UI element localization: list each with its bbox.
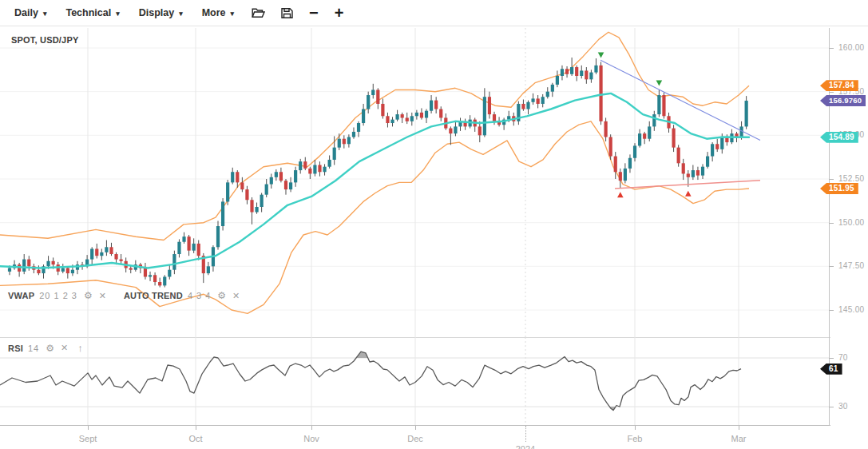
menu-more[interactable]: More ▾ xyxy=(192,7,244,18)
rsi-move-up-icon[interactable]: ↑ xyxy=(77,343,83,353)
auto-trend-legend-label: AUTO TREND xyxy=(124,291,183,300)
price-tickmark xyxy=(829,310,834,311)
menu-daily[interactable]: Daily ▾ xyxy=(5,7,56,18)
vwap-settings-icon[interactable]: ⚙ xyxy=(84,291,93,300)
chevron-down-icon: ▾ xyxy=(116,10,120,18)
month-tickmark xyxy=(196,426,196,430)
rsi-panel-canvas[interactable] xyxy=(0,337,830,426)
vwap-legend-params: 20 1 2 3 xyxy=(39,291,77,300)
zoom-out-button[interactable]: − xyxy=(301,0,327,26)
price-tickmark xyxy=(829,179,834,180)
price-tick-label: 152.50 xyxy=(838,174,868,183)
save-layout-button[interactable] xyxy=(273,0,301,26)
save-icon xyxy=(281,7,293,19)
charting-app: Daily ▾ Technical ▾ Display ▾ More ▾ xyxy=(0,0,868,449)
price-tickmark xyxy=(829,92,834,93)
badge-last-price-value: 156.9760 xyxy=(820,95,866,106)
chevron-down-icon: ▾ xyxy=(231,10,235,18)
indicator-legend-row: VWAP 20 1 2 3 ⚙ ✕ AUTO TREND 4 3 4 ⚙ ✕ xyxy=(8,291,240,300)
chevron-down-icon: ▾ xyxy=(179,10,183,18)
vwap-legend-label: VWAP xyxy=(8,291,34,300)
rsi-tickmark xyxy=(829,358,834,359)
x-axis-month-label: Feb xyxy=(619,434,651,443)
price-tick-label: 150.00 xyxy=(838,218,868,227)
month-tickmark xyxy=(311,426,312,430)
price-tick-label: 160.00 xyxy=(838,43,868,52)
swing-high-marker xyxy=(598,52,604,58)
plus-icon: + xyxy=(335,5,344,21)
minus-icon: − xyxy=(309,5,319,21)
auto-trend-legend-params: 4 3 4 xyxy=(188,291,211,300)
x-axis-month-label: Dec xyxy=(399,434,431,443)
badge-vwap-value: 154.89 xyxy=(820,132,858,143)
menu-display-label: Display xyxy=(139,7,174,18)
x-axis-month-label: Oct xyxy=(180,434,212,443)
symbol-label: SPOT, USD/JPY xyxy=(11,35,79,45)
x-axis-month-label: Mar xyxy=(723,434,755,443)
zoom-in-button[interactable]: + xyxy=(327,0,352,26)
x-axis-month-label: Sept xyxy=(72,434,104,443)
x-axis-year-label: 2024 xyxy=(509,444,541,449)
rsi-line xyxy=(0,352,741,410)
year-tickmark xyxy=(525,426,527,442)
vwap-line xyxy=(0,93,749,268)
rsi-remove-icon[interactable]: ✕ xyxy=(61,344,68,352)
swing-high-marker xyxy=(656,80,663,85)
month-tickmark xyxy=(88,426,89,430)
rsi-tick-label: 30 xyxy=(838,402,868,411)
menu-technical[interactable]: Technical ▾ xyxy=(56,7,129,18)
vwap-remove-icon[interactable]: ✕ xyxy=(99,292,106,300)
open-layout-button[interactable] xyxy=(244,0,273,26)
rsi-tickmark xyxy=(829,407,834,407)
badge-bollinger-lower-value: 151.95 xyxy=(820,183,858,194)
month-tickmark xyxy=(415,426,416,430)
rsi-settings-icon[interactable]: ⚙ xyxy=(46,344,54,353)
menu-more-label: More xyxy=(202,7,226,18)
badge-bollinger-upper-value: 157.84 xyxy=(820,80,858,91)
month-tickmark xyxy=(739,426,739,430)
folder-open-icon xyxy=(252,7,265,18)
month-tickmark xyxy=(635,426,636,430)
menu-display[interactable]: Display ▾ xyxy=(129,7,192,18)
rsi-legend-row: RSI 14 ⚙ ✕ ↑ xyxy=(8,343,83,353)
x-axis-month-label: Nov xyxy=(295,434,327,443)
swing-low-marker xyxy=(617,192,624,197)
price-tick-label: 147.50 xyxy=(838,261,868,270)
rsi-legend-label: RSI xyxy=(8,344,23,353)
rsi-tick-label: 70 xyxy=(838,353,868,362)
rsi-legend-params: 14 xyxy=(28,344,39,353)
price-tickmark xyxy=(829,223,834,224)
menu-daily-label: Daily xyxy=(14,7,38,18)
bollinger-lower-line xyxy=(0,121,749,314)
price-tickmark xyxy=(829,266,834,267)
menu-technical-label: Technical xyxy=(65,7,111,18)
price-tickmark xyxy=(829,48,834,49)
auto-trend-settings-icon[interactable]: ⚙ xyxy=(217,291,226,300)
chart-toolbar: Daily ▾ Technical ▾ Display ▾ More ▾ xyxy=(0,0,868,26)
auto-trend-remove-icon[interactable]: ✕ xyxy=(232,292,240,300)
bollinger-upper-line xyxy=(0,32,749,240)
chevron-down-icon: ▾ xyxy=(43,10,47,18)
price-tick-label: 145.00 xyxy=(838,305,868,314)
swing-low-marker xyxy=(685,191,692,197)
